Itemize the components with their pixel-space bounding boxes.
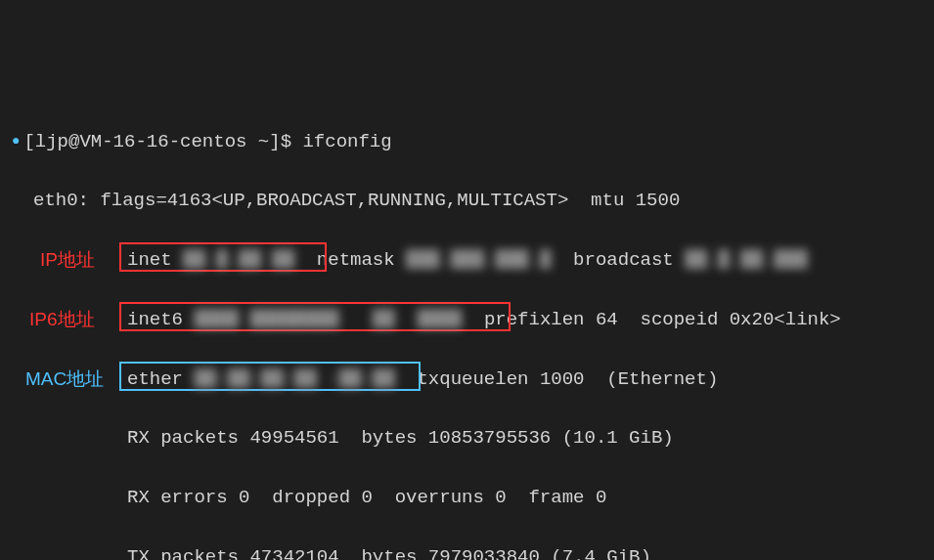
- prefixlen-text: prefixlen 64 scopeid 0x20<link>: [462, 309, 841, 330]
- mac-label: MAC地址: [25, 365, 104, 394]
- broadcast-value: ██.█.██.███: [685, 249, 807, 271]
- ether-value: ██:██:██:██ :██:██: [194, 368, 394, 390]
- shell-prompt: [ljp@VM-16-16-centos ~]$: [23, 131, 302, 152]
- eth0-tx-packets: TX packets 47342104 bytes 7979033840 (7.…: [12, 542, 922, 560]
- broadcast-label: broadcast: [551, 249, 685, 271]
- ether-rest: txqueuelen 1000 (Ethernet): [395, 368, 719, 390]
- eth0-header: eth0: flags=4163<UP,BROADCAST,RUNNING,MU…: [12, 186, 922, 215]
- bullet-icon: ●: [12, 130, 20, 151]
- eth0-inet6-line: IP6地址inet6 ████ ████████ ██ ████ prefixl…: [12, 305, 922, 334]
- ip6-label: IP6地址: [29, 305, 95, 334]
- prompt-line: ●[ljp@VM-16-16-centos ~]$ ifconfig: [12, 127, 922, 156]
- ip-label: IP地址: [40, 245, 95, 275]
- inet6-value: ████ ████████ ██ ████: [194, 309, 462, 330]
- eth0-ether-line: MAC地址ether ██:██:██:██ :██:██ txqueuelen…: [12, 365, 922, 394]
- inet-value: ██.█.██ ██: [183, 249, 294, 271]
- eth0-rx-errors: RX errors 0 dropped 0 overruns 0 frame 0: [12, 483, 922, 512]
- eth0-rx-packets: RX packets 49954561 bytes 10853795536 (1…: [12, 423, 922, 452]
- netmask-value: ███.███.███.█: [406, 249, 551, 271]
- eth0-inet-line: IP地址inet ██.█.██ ██ netmask ███.███.███.…: [12, 245, 922, 275]
- command-text: ifconfig: [302, 131, 391, 152]
